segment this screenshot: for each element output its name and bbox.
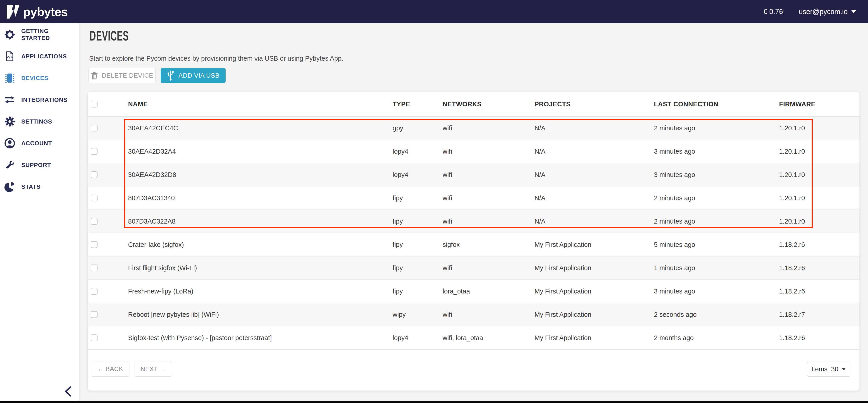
gear-icon: [4, 116, 16, 127]
table-row[interactable]: Reboot [new pybytes lib] (WiFi) wipy wif…: [88, 303, 859, 326]
cell-device-name[interactable]: 30AEA42D32D8: [128, 171, 393, 179]
pybytes-logo[interactable]: pybytes: [6, 4, 68, 19]
cell-networks: wifi: [443, 218, 534, 225]
table-row[interactable]: Sigfox-test (with Pysense) - [pastoor pe…: [88, 326, 859, 350]
table-header-row: NAME TYPE NETWORKS PROJECTS LAST CONNECT…: [88, 92, 859, 117]
sidebar-item-label: ACCOUNT: [21, 140, 52, 147]
user-menu[interactable]: user@pycom.io: [799, 8, 856, 16]
sidebar-item-applications[interactable]: </> APPLICATIONS: [0, 45, 79, 67]
pybytes-app: pybytes € 0.76 user@pycom.io GETTING STA…: [0, 0, 868, 403]
cell-networks: wifi: [443, 311, 534, 318]
cell-projects: My First Application: [534, 311, 654, 318]
next-button[interactable]: NEXT →: [135, 362, 172, 376]
column-header-type[interactable]: TYPE: [393, 100, 443, 108]
logo-text: pybytes: [23, 5, 68, 19]
cell-networks: wifi: [443, 124, 534, 132]
items-per-page-label: Items: 30: [811, 366, 838, 373]
sidebar-item-stats[interactable]: STATS: [0, 176, 79, 197]
row-checkbox[interactable]: [91, 195, 97, 202]
sidebar-item-devices[interactable]: DEVICES: [0, 67, 79, 89]
table-row[interactable]: 30AEA42D32A4 lopy4 wifi N/A 3 minutes ag…: [88, 140, 859, 163]
row-checkbox[interactable]: [91, 218, 97, 225]
add-via-usb-button[interactable]: ADD VIA USB: [161, 68, 226, 83]
table-row[interactable]: 30AEA42CEC4C gpy wifi N/A 2 minutes ago …: [88, 117, 859, 140]
cell-firmware: 1.20.1.r0: [779, 218, 859, 225]
account-balance: € 0.76: [764, 8, 783, 16]
sidebar-item-label: STATS: [21, 183, 40, 190]
sidebar-item-integrations[interactable]: INTEGRATIONS: [0, 89, 79, 111]
table-row[interactable]: 30AEA42D32D8 lopy4 wifi N/A 3 minutes ag…: [88, 163, 859, 186]
cell-firmware: 1.18.2.r7: [779, 311, 859, 318]
devices-table: NAME TYPE NETWORKS PROJECTS LAST CONNECT…: [88, 92, 859, 350]
column-header-projects[interactable]: PROJECTS: [534, 100, 654, 108]
row-checkbox[interactable]: [91, 148, 97, 155]
cell-last-connection: 1 minutes ago: [654, 264, 779, 272]
wrench-icon: [4, 159, 16, 171]
table-row[interactable]: 807D3AC322A8 fipy wifi N/A 2 minutes ago…: [88, 210, 859, 233]
sidebar-item-settings[interactable]: SETTINGS: [0, 111, 79, 132]
cell-device-type: fipy: [393, 241, 443, 248]
trash-icon: [91, 72, 98, 80]
sidebar-item-getting-started[interactable]: GETTING STARTED: [0, 24, 79, 45]
row-checkbox[interactable]: [91, 171, 97, 178]
row-checkbox[interactable]: [91, 335, 97, 341]
cell-networks: lora_otaa: [443, 288, 534, 295]
cell-last-connection: 3 minutes ago: [654, 148, 779, 155]
column-header-name[interactable]: NAME: [128, 100, 393, 108]
sidebar-item-label: SETTINGS: [21, 118, 52, 125]
column-header-networks[interactable]: NETWORKS: [443, 100, 534, 108]
cell-firmware: 1.20.1.r0: [779, 194, 859, 202]
row-checkbox[interactable]: [91, 311, 97, 318]
column-header-firmware[interactable]: FIRMWARE: [779, 100, 859, 108]
back-button[interactable]: ← BACK: [91, 362, 129, 376]
table-row[interactable]: First flight sigfox (Wi-Fi) fipy wifi My…: [88, 256, 859, 280]
table-row[interactable]: Fresh-new-fipy (LoRa) fipy lora_otaa My …: [88, 280, 859, 303]
chip-icon: [4, 72, 16, 84]
cell-firmware: 1.18.2.r6: [779, 288, 859, 295]
cell-projects: My First Application: [534, 288, 654, 295]
items-per-page-dropdown[interactable]: Items: 30: [807, 362, 850, 376]
sidebar-item-label: APPLICATIONS: [21, 53, 67, 60]
row-checkbox[interactable]: [91, 288, 97, 294]
cell-device-name[interactable]: First flight sigfox (Wi-Fi): [128, 264, 393, 272]
sidebar-item-label: SUPPORT: [21, 161, 51, 168]
cell-networks: wifi: [443, 194, 534, 202]
cell-device-name[interactable]: 30AEA42CEC4C: [128, 124, 393, 132]
cell-projects: My First Application: [534, 334, 654, 342]
cell-device-name[interactable]: Reboot [new pybytes lib] (WiFi): [128, 311, 393, 318]
cell-device-type: lopy4: [393, 171, 443, 179]
delete-device-button[interactable]: DELETE DEVICE: [89, 68, 156, 83]
cell-firmware: 1.18.2.r6: [779, 334, 859, 342]
cell-device-type: fipy: [393, 264, 443, 272]
cell-networks: wifi: [443, 264, 534, 272]
sidebar-collapse-button[interactable]: [61, 384, 75, 399]
table-row[interactable]: Crater-lake (sigfox) fipy sigfox My Firs…: [88, 233, 859, 256]
row-checkbox[interactable]: [91, 265, 97, 271]
cell-firmware: 1.18.2.r6: [779, 264, 859, 272]
cell-device-name[interactable]: 30AEA42D32A4: [128, 148, 393, 155]
devices-card: NAME TYPE NETWORKS PROJECTS LAST CONNECT…: [88, 92, 859, 391]
row-checkbox[interactable]: [91, 125, 97, 131]
column-header-last-connection[interactable]: LAST CONNECTION: [654, 100, 779, 108]
cell-projects: My First Application: [534, 264, 654, 272]
select-all-checkbox[interactable]: [91, 101, 97, 107]
cell-last-connection: 2 minutes ago: [654, 194, 779, 202]
sidebar-item-support[interactable]: SUPPORT: [0, 154, 79, 176]
sidebar: GETTING STARTED </> APPLICATIONS: [0, 23, 79, 403]
back-label: ← BACK: [97, 366, 123, 373]
cell-device-type: fipy: [393, 194, 443, 202]
cell-device-name[interactable]: Crater-lake (sigfox): [128, 241, 393, 248]
sidebar-item-label: DEVICES: [21, 75, 49, 82]
cell-firmware: 1.20.1.r0: [779, 148, 859, 155]
cell-device-name[interactable]: Fresh-new-fipy (LoRa): [128, 288, 393, 295]
cell-device-name[interactable]: 807D3AC31340: [128, 194, 393, 202]
cell-firmware: 1.20.1.r0: [779, 171, 859, 179]
sidebar-item-label: GETTING STARTED: [21, 28, 79, 42]
cell-firmware: 1.18.2.r6: [779, 241, 859, 248]
cell-device-type: fipy: [393, 218, 443, 225]
table-row[interactable]: 807D3AC31340 fipy wifi N/A 2 minutes ago…: [88, 186, 859, 210]
cell-device-name[interactable]: 807D3AC322A8: [128, 218, 393, 225]
row-checkbox[interactable]: [91, 241, 97, 248]
cell-device-name[interactable]: Sigfox-test (with Pysense) - [pastoor pe…: [128, 334, 393, 342]
sidebar-item-account[interactable]: ACCOUNT: [0, 132, 79, 154]
